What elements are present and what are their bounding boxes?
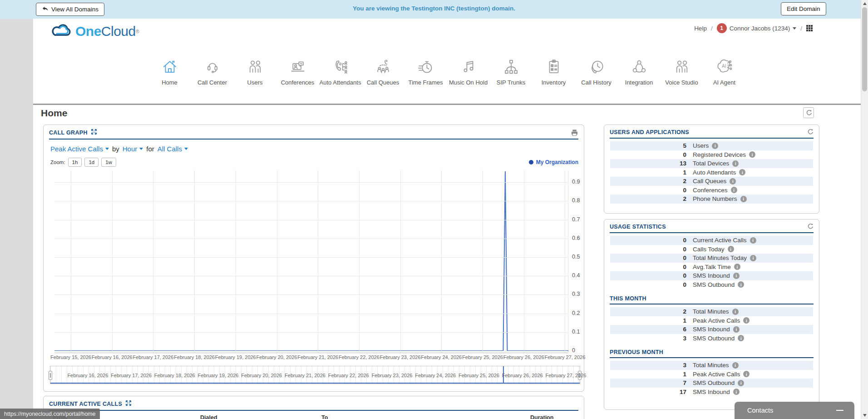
legend-item-my-organization[interactable]: My Organization bbox=[529, 159, 578, 165]
info-icon[interactable] bbox=[739, 169, 745, 175]
stat-value: 1 bbox=[610, 371, 686, 378]
nav-item-auto-attendants[interactable]: Auto Attendants bbox=[319, 56, 362, 86]
interval-dropdown[interactable]: Hour bbox=[123, 145, 143, 153]
info-icon[interactable] bbox=[738, 335, 744, 341]
ai-agent-icon: AI bbox=[703, 56, 746, 77]
y-axis-label: 0.2 bbox=[572, 310, 586, 316]
gridline bbox=[54, 314, 568, 314]
info-icon[interactable] bbox=[743, 317, 750, 324]
call-graph-panel: CALL GRAPH Peak Active Calls by Hour for… bbox=[43, 125, 584, 392]
expand-icon[interactable] bbox=[125, 400, 132, 408]
stat-label: Avg.Talk Time bbox=[693, 264, 740, 270]
zoom-label: Zoom: bbox=[50, 160, 65, 165]
navigator-series-baseline bbox=[50, 383, 580, 384]
nav-item-time-frames[interactable]: Time Frames bbox=[404, 56, 447, 86]
stat-value: 2 bbox=[610, 308, 686, 315]
nav-item-integration[interactable]: Integration bbox=[618, 56, 661, 86]
scope-dropdown[interactable]: All Calls bbox=[158, 145, 188, 153]
nav-item-label: Users bbox=[234, 79, 276, 86]
nav-item-label: AI Agent bbox=[703, 79, 746, 86]
chart-plot-area[interactable] bbox=[54, 170, 568, 353]
nav-item-voice-studio[interactable]: Voice Studio bbox=[661, 56, 703, 86]
navigator-date-label: February 26, 2026 bbox=[502, 373, 543, 378]
nav-item-label: Auto Attendants bbox=[319, 79, 362, 86]
stat-label: Total Minutes bbox=[693, 362, 739, 369]
nav-item-conferences[interactable]: Conferences bbox=[276, 56, 319, 86]
user-menu[interactable]: 1 Connor Jacobs (1234) bbox=[717, 23, 797, 33]
expand-icon[interactable] bbox=[91, 129, 97, 136]
info-icon[interactable] bbox=[743, 371, 750, 377]
info-icon[interactable] bbox=[733, 389, 740, 395]
sip-trunks-icon bbox=[490, 56, 533, 77]
stat-row: 5Users bbox=[610, 141, 813, 150]
print-icon[interactable] bbox=[571, 129, 578, 136]
scroll-down-icon[interactable] bbox=[863, 414, 867, 417]
nav-item-users[interactable]: Users bbox=[234, 56, 276, 86]
info-icon[interactable] bbox=[732, 160, 739, 167]
chart-toolbar: Zoom: 1h 1d 1w My Organization bbox=[49, 158, 578, 167]
nav-item-inventory[interactable]: Inventory bbox=[533, 56, 575, 86]
info-icon[interactable] bbox=[732, 362, 739, 369]
gridline bbox=[54, 294, 568, 295]
stat-label: SMS Outbound bbox=[693, 379, 744, 386]
stat-label: Peak Active Calls bbox=[693, 317, 750, 324]
users-apps-rows: 5Users0Registered Devices13Total Devices… bbox=[610, 141, 814, 204]
minimize-icon[interactable] bbox=[836, 410, 843, 411]
y-axis-label: 0.3 bbox=[572, 291, 586, 297]
info-icon[interactable] bbox=[730, 178, 736, 185]
refresh-icon[interactable] bbox=[807, 223, 814, 230]
zoom-1w-button[interactable]: 1w bbox=[101, 158, 116, 167]
info-icon[interactable] bbox=[738, 380, 744, 386]
zoom-1d-button[interactable]: 1d bbox=[84, 158, 99, 167]
navigator-date-label: February 20, 2026 bbox=[241, 373, 282, 378]
info-icon[interactable] bbox=[728, 246, 734, 252]
gridline bbox=[54, 276, 568, 276]
users-icon bbox=[234, 56, 276, 77]
info-icon[interactable] bbox=[734, 264, 740, 270]
info-icon[interactable] bbox=[732, 309, 739, 315]
nav-item-call-center[interactable]: Call Center bbox=[191, 56, 234, 86]
nav-item-ai-agent[interactable]: AIAI Agent bbox=[703, 56, 746, 86]
zoom-1h-button[interactable]: 1h bbox=[68, 158, 82, 167]
nav-item-label: Integration bbox=[618, 79, 661, 86]
info-icon[interactable] bbox=[712, 143, 718, 149]
gridline bbox=[54, 201, 568, 201]
scrollbar-thumb[interactable] bbox=[862, 7, 867, 91]
x-axis-label: February 23, 2026 bbox=[380, 354, 421, 360]
apps-grid-icon[interactable] bbox=[806, 25, 813, 31]
nav-item-call-queues[interactable]: Call Queues bbox=[362, 56, 404, 86]
nav-item-sip-trunks[interactable]: SIP Trunks bbox=[490, 56, 533, 86]
page-refresh-button[interactable] bbox=[803, 107, 814, 118]
stat-row: 1Peak Active Calls bbox=[610, 370, 813, 379]
info-icon[interactable] bbox=[731, 187, 737, 193]
info-icon[interactable] bbox=[740, 196, 747, 202]
info-icon[interactable] bbox=[733, 326, 740, 333]
navigator-left-handle[interactable] bbox=[49, 371, 52, 380]
info-icon[interactable] bbox=[738, 281, 744, 288]
refresh-icon[interactable] bbox=[807, 129, 814, 135]
info-icon[interactable] bbox=[750, 255, 756, 261]
previous-month-title: PREVIOUS MONTH bbox=[610, 349, 663, 355]
page-scrollbar[interactable] bbox=[861, 0, 868, 419]
onecloud-logo[interactable]: OneCloud® bbox=[50, 22, 139, 41]
view-all-domains-button[interactable]: View All Domains bbox=[36, 3, 104, 16]
nav-item-call-history[interactable]: Call History bbox=[575, 56, 618, 86]
info-icon[interactable] bbox=[733, 273, 740, 279]
stat-label: Total Devices bbox=[693, 160, 739, 167]
nav-item-music-on-hold[interactable]: Music On Hold bbox=[447, 56, 490, 86]
info-icon[interactable] bbox=[749, 151, 755, 158]
nav-item-home[interactable]: Home bbox=[148, 56, 191, 86]
contacts-dock[interactable]: Contacts bbox=[735, 402, 854, 419]
navigator-date-label: February 23, 2026 bbox=[372, 373, 413, 378]
scroll-up-icon[interactable] bbox=[863, 2, 867, 5]
navigator-date-label: February 19, 2026 bbox=[198, 373, 239, 378]
stat-value: 13 bbox=[610, 160, 686, 167]
info-icon[interactable] bbox=[750, 237, 756, 244]
chart-navigator[interactable]: February 16, 2026February 17, 2026Februa… bbox=[50, 366, 580, 384]
edit-domain-button[interactable]: Edit Domain bbox=[781, 2, 826, 15]
metric-dropdown[interactable]: Peak Active Calls bbox=[50, 145, 109, 153]
gridline bbox=[54, 239, 568, 239]
conferences-icon bbox=[276, 56, 319, 77]
auto-attendants-icon bbox=[319, 56, 362, 77]
help-link[interactable]: Help bbox=[694, 25, 707, 32]
